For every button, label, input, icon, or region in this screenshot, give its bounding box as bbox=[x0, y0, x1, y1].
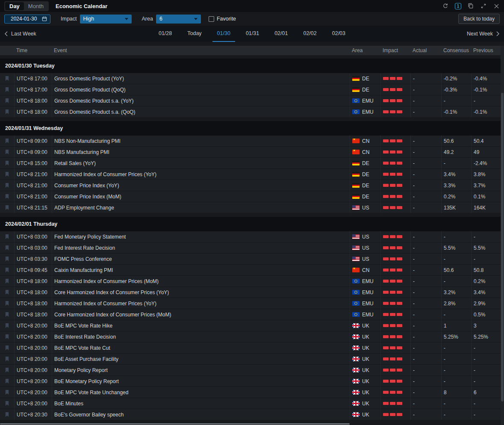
event-row[interactable]: UTC+8 20:00BoE MinutesUK--- bbox=[0, 398, 504, 409]
bookmark-icon[interactable] bbox=[5, 334, 9, 339]
bookmark-icon[interactable] bbox=[5, 390, 9, 395]
event-row[interactable]: UTC+8 15:00Retail Sales (YoY)DE---2.4% bbox=[0, 158, 504, 169]
impact-dropdown[interactable]: High bbox=[80, 15, 132, 24]
event-row[interactable]: UTC+8 18:00Core Harmonized Index of Cons… bbox=[0, 309, 504, 320]
bookmark-icon[interactable] bbox=[5, 87, 9, 92]
favorite-checkbox[interactable] bbox=[209, 16, 214, 22]
event-row[interactable]: UTC+8 18:00Harmonized Index of Consumer … bbox=[0, 298, 504, 309]
bookmark-cell bbox=[0, 95, 14, 106]
impact-bars-high bbox=[383, 77, 402, 80]
event-row[interactable]: UTC+8 20:00BoE Asset Purchase FacilityUK… bbox=[0, 354, 504, 365]
bookmark-icon[interactable] bbox=[5, 149, 9, 155]
bookmark-icon[interactable] bbox=[5, 401, 9, 406]
week-day-02-02[interactable]: 02/02 bbox=[298, 26, 321, 42]
bookmark-icon[interactable] bbox=[5, 205, 9, 210]
event-row[interactable]: UTC+8 18:00Core Harmonized Index of Cons… bbox=[0, 287, 504, 298]
bookmark-icon[interactable] bbox=[5, 323, 9, 328]
event-row[interactable]: UTC+8 18:00Harmonized Index of Consumer … bbox=[0, 276, 504, 287]
event-row[interactable]: UTC+8 03:00Fed Interest Rate DecisionUS-… bbox=[0, 242, 504, 254]
bookmark-icon[interactable] bbox=[5, 76, 9, 81]
date-picker-input[interactable]: 2024-01-30 bbox=[4, 15, 50, 24]
bookmark-icon[interactable] bbox=[5, 301, 9, 306]
event-row[interactable]: UTC+8 20:00BoE MPC Vote Rate UnchangedUK… bbox=[0, 387, 504, 398]
event-row[interactable]: UTC+8 21:00Consumer Price Index (MoM)DE-… bbox=[0, 191, 504, 202]
flag-cn-icon bbox=[352, 139, 360, 143]
bookmark-icon[interactable] bbox=[5, 160, 9, 166]
impact-bar-icon bbox=[383, 139, 389, 142]
event-row[interactable]: UTC+8 09:00NBS Manufacturing PMICN-49.24… bbox=[0, 147, 504, 158]
bookmark-icon[interactable] bbox=[5, 245, 9, 251]
week-day-02-03[interactable]: 02/03 bbox=[327, 26, 350, 42]
tab-month[interactable]: Month bbox=[24, 2, 48, 10]
bookmark-icon[interactable] bbox=[5, 138, 9, 144]
event-previous: 3.8% bbox=[471, 169, 501, 180]
event-row[interactable]: UTC+8 20:00BoE MPC Vote Rate CutUK--- bbox=[0, 342, 504, 354]
bookmark-icon[interactable] bbox=[5, 278, 9, 284]
bookmark-icon[interactable] bbox=[5, 312, 9, 317]
last-week-button[interactable]: Last Week bbox=[4, 26, 36, 42]
week-day-01-28[interactable]: 01/28 bbox=[154, 26, 177, 42]
vertical-scrollbar-thumb[interactable] bbox=[501, 93, 504, 401]
event-row[interactable]: UTC+8 20:00BoE MPC Vote Rate HikeUK-13 bbox=[0, 320, 504, 331]
bookmark-icon[interactable] bbox=[5, 183, 9, 188]
area-code: DE bbox=[362, 171, 369, 177]
event-row[interactable]: UTC+8 18:00Gross Domestic Product s.a. (… bbox=[0, 95, 504, 106]
event-actual: - bbox=[410, 287, 441, 298]
horizontal-scrollbar-thumb[interactable] bbox=[0, 423, 350, 425]
next-week-button[interactable]: Next Week bbox=[467, 26, 500, 42]
tab-day[interactable]: Day bbox=[5, 2, 24, 10]
week-day-01-30[interactable]: 01/30 bbox=[212, 26, 235, 42]
event-row[interactable]: UTC+8 20:00BoE Monetary Policy ReportUK-… bbox=[0, 376, 504, 387]
week-day-01-31[interactable]: 01/31 bbox=[241, 26, 264, 42]
event-name: Gross Domestic Product (QoQ) bbox=[52, 84, 350, 95]
back-to-today-button[interactable]: Back to today bbox=[458, 14, 500, 24]
area-dropdown[interactable]: 6 bbox=[156, 15, 201, 24]
duplicate-window-icon[interactable] bbox=[467, 3, 474, 9]
impact-bar-icon bbox=[383, 151, 389, 153]
event-row[interactable]: UTC+8 03:30FOMC Press ConferenceUS--- bbox=[0, 254, 504, 265]
event-time: UTC+8 20:00 bbox=[14, 331, 52, 342]
area-code: DE bbox=[362, 160, 369, 166]
event-row[interactable]: UTC+8 17:00Gross Domestic Product (YoY)D… bbox=[0, 73, 504, 84]
bookmark-icon[interactable] bbox=[5, 256, 9, 262]
bookmark-icon[interactable] bbox=[5, 98, 9, 103]
bookmark-icon[interactable] bbox=[5, 367, 9, 373]
event-row[interactable]: UTC+8 21:00Harmonized Index of Consumer … bbox=[0, 169, 504, 180]
event-row[interactable]: UTC+8 20:00BoE Interest Rate DecisionUK-… bbox=[0, 331, 504, 342]
event-previous: -2.4% bbox=[471, 158, 501, 168]
event-actual: - bbox=[410, 180, 441, 191]
week-day-02-01[interactable]: 02/01 bbox=[270, 26, 292, 42]
vertical-scrollbar-track[interactable] bbox=[501, 46, 504, 425]
bookmark-icon[interactable] bbox=[5, 171, 9, 177]
bookmark-icon[interactable] bbox=[5, 412, 9, 417]
window-count-badge[interactable]: 1 bbox=[455, 3, 461, 9]
favorite-filter[interactable]: Favorite bbox=[209, 16, 236, 22]
expand-icon[interactable] bbox=[480, 3, 487, 9]
bookmark-icon[interactable] bbox=[5, 109, 9, 115]
bookmark-icon[interactable] bbox=[5, 267, 9, 273]
event-row[interactable]: UTC+8 09:00NBS Non-Manufacturing PMICN-5… bbox=[0, 136, 504, 147]
event-time: UTC+8 18:00 bbox=[14, 287, 52, 298]
event-name: ADP Employment Change bbox=[52, 202, 350, 213]
event-row[interactable]: UTC+8 20:00Monetary Policy ReportUK--- bbox=[0, 365, 504, 376]
impact-bars-high bbox=[383, 195, 402, 198]
event-row[interactable]: UTC+8 17:00Gross Domestic Product (QoQ)D… bbox=[0, 84, 504, 95]
event-row[interactable]: UTC+8 09:45Caixin Manufacturing PMICN-50… bbox=[0, 265, 504, 276]
event-row[interactable]: UTC+8 18:00Gross Domestic Product s.a. (… bbox=[0, 106, 504, 118]
week-day-today[interactable]: Today bbox=[183, 26, 206, 42]
impact-bar-icon bbox=[390, 257, 395, 260]
close-icon[interactable] bbox=[493, 3, 500, 9]
bookmark-icon[interactable] bbox=[5, 234, 9, 239]
bookmark-icon[interactable] bbox=[5, 345, 9, 351]
impact-bar-icon bbox=[390, 184, 395, 187]
event-row[interactable]: UTC+8 03:00Fed Monetary Policy Statement… bbox=[0, 231, 504, 242]
bookmark-icon[interactable] bbox=[5, 194, 9, 199]
event-row[interactable]: UTC+8 21:15ADP Employment ChangeUS-135K1… bbox=[0, 202, 504, 213]
bookmark-icon[interactable] bbox=[5, 378, 9, 384]
event-row[interactable]: UTC+8 20:30BoE's Governor Bailey speechU… bbox=[0, 409, 504, 420]
event-row[interactable]: UTC+8 21:00Consumer Price Index (YoY)DE-… bbox=[0, 180, 504, 191]
bookmark-icon[interactable] bbox=[5, 356, 9, 362]
bookmark-icon[interactable] bbox=[5, 289, 9, 295]
impact-bar-icon bbox=[397, 88, 402, 91]
refresh-icon[interactable] bbox=[442, 3, 449, 9]
